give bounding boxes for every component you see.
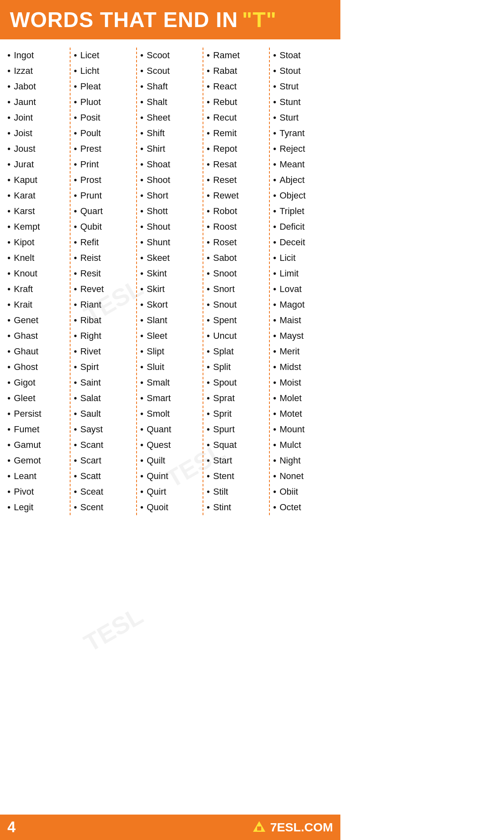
- word-column-3: •Scoot•Scout•Shaft•Shalt•Sheet•Shift•Shi…: [137, 48, 203, 515]
- bullet-icon: •: [140, 112, 144, 123]
- word-text: Midst: [280, 362, 301, 372]
- list-item: •Pluot: [74, 94, 134, 110]
- list-item: •Joint: [7, 110, 67, 126]
- word-text: Short: [147, 190, 169, 201]
- list-item: •Magot: [273, 297, 333, 313]
- word-text: Rewet: [213, 190, 239, 201]
- bullet-icon: •: [207, 190, 210, 201]
- word-text: Refit: [80, 237, 99, 248]
- word-text: Scatt: [80, 471, 101, 482]
- bullet-icon: •: [74, 424, 77, 435]
- list-item: •Jaunt: [7, 94, 67, 110]
- list-item: •Ingot: [7, 48, 67, 63]
- list-item: •Skeet: [140, 250, 200, 266]
- bullet-icon: •: [273, 486, 276, 497]
- list-item: •Mayst: [273, 328, 333, 344]
- list-item: •Poult: [74, 126, 134, 141]
- word-text: Stint: [213, 502, 231, 513]
- bullet-icon: •: [273, 471, 276, 482]
- list-item: •Scout: [140, 63, 200, 79]
- bullet-icon: •: [140, 346, 144, 357]
- list-item: •Legit: [7, 500, 67, 515]
- word-text: Jabot: [14, 81, 36, 92]
- list-item: •Sayst: [74, 422, 134, 437]
- list-item: •Sheet: [140, 110, 200, 126]
- list-item: •Jabot: [7, 79, 67, 94]
- bullet-icon: •: [273, 237, 276, 248]
- bullet-icon: •: [74, 455, 77, 466]
- word-text: Spirt: [80, 362, 99, 372]
- list-item: •Izzat: [7, 63, 67, 79]
- word-column-1: •Ingot•Izzat•Jabot•Jaunt•Joint•Joist•Jou…: [4, 48, 71, 515]
- word-text: Scout: [147, 66, 170, 76]
- word-text: Smolt: [147, 409, 170, 419]
- bullet-icon: •: [74, 393, 77, 404]
- list-item: •Object: [273, 188, 333, 203]
- word-text: Night: [280, 455, 301, 466]
- bullet-icon: •: [7, 362, 11, 372]
- bullet-icon: •: [207, 268, 210, 279]
- word-text: Roost: [213, 221, 237, 232]
- bullet-icon: •: [140, 471, 144, 482]
- bullet-icon: •: [207, 81, 210, 92]
- list-item: •React: [207, 79, 267, 94]
- list-item: •Saint: [74, 375, 134, 390]
- list-item: •Riant: [74, 297, 134, 313]
- list-item: •Quest: [140, 437, 200, 453]
- bullet-icon: •: [273, 424, 276, 435]
- list-item: •Revet: [74, 281, 134, 297]
- bullet-icon: •: [140, 377, 144, 388]
- bullet-icon: •: [207, 409, 210, 419]
- list-item: •Mount: [273, 422, 333, 437]
- bullet-icon: •: [74, 471, 77, 482]
- bullet-icon: •: [7, 377, 11, 388]
- bullet-icon: •: [207, 128, 210, 139]
- logo-text: 7ESL.COM: [270, 820, 333, 834]
- word-text: Reset: [213, 175, 237, 185]
- word-text: Snort: [213, 284, 235, 294]
- list-item: •Abject: [273, 172, 333, 188]
- bullet-icon: •: [7, 409, 11, 419]
- list-item: •Skort: [140, 297, 200, 313]
- list-item: •Qubit: [74, 219, 134, 235]
- bullet-icon: •: [273, 206, 276, 217]
- list-item: •Squat: [207, 437, 267, 453]
- bullet-icon: •: [74, 299, 77, 310]
- bullet-icon: •: [207, 346, 210, 357]
- bullet-icon: •: [140, 440, 144, 450]
- word-text: Stunt: [280, 97, 301, 107]
- word-text: Sprat: [213, 393, 235, 404]
- bullet-icon: •: [207, 502, 210, 513]
- bullet-icon: •: [74, 377, 77, 388]
- word-text: Smart: [147, 393, 171, 404]
- word-text: Sluit: [147, 362, 164, 372]
- bullet-icon: •: [7, 455, 11, 466]
- bullet-icon: •: [273, 346, 276, 357]
- bullet-icon: •: [140, 315, 144, 326]
- bullet-icon: •: [273, 175, 276, 185]
- word-text: Skint: [147, 268, 167, 279]
- list-item: •Night: [273, 453, 333, 468]
- list-item: •Stilt: [207, 484, 267, 500]
- list-item: •Scatt: [74, 468, 134, 484]
- bullet-icon: •: [7, 424, 11, 435]
- list-item: •Midst: [273, 359, 333, 375]
- bullet-icon: •: [7, 502, 11, 513]
- bullet-icon: •: [273, 50, 276, 61]
- bullet-icon: •: [273, 362, 276, 372]
- bullet-icon: •: [140, 50, 144, 61]
- bullet-icon: •: [7, 50, 11, 61]
- word-text: Jaunt: [14, 97, 36, 107]
- word-text: Stent: [213, 471, 234, 482]
- list-item: •Ribat: [74, 313, 134, 328]
- word-text: Ingot: [14, 50, 34, 61]
- word-text: Sabot: [213, 253, 237, 263]
- bullet-icon: •: [207, 66, 210, 76]
- word-text: Kempt: [14, 221, 40, 232]
- word-text: Krait: [14, 299, 32, 310]
- bullet-icon: •: [207, 424, 210, 435]
- bullet-icon: •: [140, 175, 144, 185]
- bullet-icon: •: [140, 299, 144, 310]
- list-item: •Scoot: [140, 48, 200, 63]
- list-item: •Skint: [140, 266, 200, 281]
